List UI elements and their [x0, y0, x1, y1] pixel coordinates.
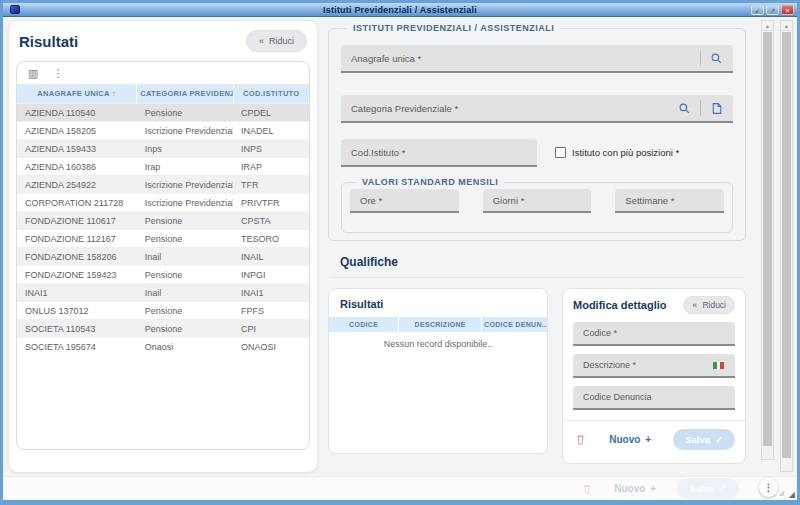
table-cell[interactable]: Pensione [137, 104, 233, 122]
table-cell[interactable]: INAI1 [17, 284, 137, 302]
table-cell[interactable]: Inps [137, 140, 233, 158]
settimane-field[interactable]: Settimane * [615, 189, 724, 213]
table-row[interactable]: SOCIETA 110543PensioneCPI [17, 320, 309, 338]
maximize-window-button[interactable]: ↗ [766, 5, 779, 15]
table-cell[interactable]: AZIENDA 158205 [17, 122, 137, 140]
table-cell[interactable]: Pensione [137, 266, 233, 284]
new-document-icon[interactable] [710, 102, 723, 115]
sort-ascending-icon[interactable]: ↑ [112, 89, 116, 98]
footer-salva-button[interactable]: Salva ✓ [677, 478, 739, 499]
table-cell[interactable]: TFR [233, 176, 309, 194]
table-cell[interactable]: AZIENDA 110540 [17, 104, 137, 122]
anagrafe-unica-field[interactable]: Anagrafe unica * [341, 45, 733, 73]
divider [330, 277, 744, 278]
qualifiche-results-title: Risultati [329, 289, 547, 317]
table-row[interactable]: FONDAZIONE 110617PensioneCPSTA [17, 212, 309, 230]
ore-field[interactable]: Ore * [350, 189, 459, 213]
column-header-codice-denuncia[interactable]: CODICE DENUN... [482, 317, 547, 332]
column-header-cod-istituto[interactable]: COD.ISTITUTO [233, 84, 309, 104]
table-cell[interactable]: AZIENDA 160386 [17, 158, 137, 176]
table-cell[interactable]: Inail [137, 248, 233, 266]
table-cell[interactable]: FONDAZIONE 159423 [17, 266, 137, 284]
collapse-dettaglio-button[interactable]: « Riduci [683, 296, 735, 314]
footer-nuovo-button[interactable]: Nuovo + [606, 479, 664, 498]
delete-icon[interactable] [581, 483, 593, 495]
table-cell[interactable]: INADEL [233, 122, 309, 140]
delete-icon[interactable] [574, 433, 587, 446]
resize-grip[interactable]: ◢ [789, 490, 795, 499]
table-cell[interactable]: ONLUS 137012 [17, 302, 137, 320]
footer-menu-button[interactable]: ⋮ [759, 478, 778, 497]
nuovo-button[interactable]: Nuovo + [601, 430, 659, 449]
column-header-descrizione[interactable]: DESCRIZIONE [399, 317, 482, 332]
table-cell[interactable]: FPFS [233, 302, 309, 320]
table-cell[interactable]: FONDAZIONE 158206 [17, 248, 137, 266]
table-row[interactable]: INAI1InailINAI1 [17, 284, 309, 302]
table-cell[interactable]: ONAOSI [233, 338, 309, 356]
scrollbar-thumb[interactable] [763, 32, 772, 446]
table-cell[interactable]: INAIL [233, 248, 309, 266]
inner-scrollbar[interactable]: ▲ [761, 20, 774, 460]
table-cell[interactable]: CPI [233, 320, 309, 338]
scroll-up-icon[interactable]: ▲ [781, 21, 792, 31]
outer-scrollbar[interactable]: ▲ [780, 20, 793, 472]
table-row[interactable]: CORPORATION 211728Iscrizione Previdenzia… [17, 194, 309, 212]
collapse-results-button[interactable]: « Riduci [246, 30, 307, 52]
descrizione-field[interactable]: Descrizione * [573, 354, 735, 378]
table-row[interactable]: SOCIETA 195674OnaosiONAOSI [17, 338, 309, 356]
table-menu-icon[interactable]: ⋮ [52, 68, 63, 79]
table-cell[interactable]: Pensione [137, 302, 233, 320]
scrollbar-thumb[interactable] [782, 32, 791, 458]
column-header-categoria[interactable]: CATEGORIA PREVIDENZI.. [137, 84, 233, 104]
salva-button[interactable]: Salva ✓ [673, 429, 735, 450]
table-row[interactable]: AZIENDA 158205Iscrizione PrevidenzialeIN… [17, 122, 309, 140]
table-cell[interactable]: Irap [137, 158, 233, 176]
table-cell[interactable]: INPGI [233, 266, 309, 284]
table-cell[interactable]: AZIENDA 254922 [17, 176, 137, 194]
table-cell[interactable]: CORPORATION 211728 [17, 194, 137, 212]
table-cell[interactable]: Iscrizione Previdenziale [137, 194, 233, 212]
close-window-button[interactable]: ✕ [781, 5, 794, 15]
codice-denuncia-field[interactable]: Codice Denuncia [573, 386, 735, 410]
table-cell[interactable]: INAI1 [233, 284, 309, 302]
table-cell[interactable]: Pensione [137, 212, 233, 230]
table-cell[interactable]: FONDAZIONE 112167 [17, 230, 137, 248]
table-cell[interactable]: IRAP [233, 158, 309, 176]
table-cell[interactable]: INPS [233, 140, 309, 158]
table-cell[interactable]: TESORO [233, 230, 309, 248]
table-row[interactable]: FONDAZIONE 159423PensioneINPGI [17, 266, 309, 284]
giorni-field[interactable]: Giorni * [483, 189, 592, 213]
table-row[interactable]: AZIENDA 159433InpsINPS [17, 140, 309, 158]
table-cell[interactable]: SOCIETA 195674 [17, 338, 137, 356]
table-cell[interactable]: AZIENDA 159433 [17, 140, 137, 158]
table-cell[interactable]: FONDAZIONE 110617 [17, 212, 137, 230]
scroll-up-icon[interactable]: ▲ [762, 21, 773, 31]
table-row[interactable]: AZIENDA 160386IrapIRAP [17, 158, 309, 176]
table-cell[interactable]: Inail [137, 284, 233, 302]
codice-field[interactable]: Codice * [573, 322, 735, 346]
table-cell[interactable]: SOCIETA 110543 [17, 320, 137, 338]
table-cell[interactable]: CPDEL [233, 104, 309, 122]
table-row[interactable]: AZIENDA 110540PensioneCPDEL [17, 104, 309, 122]
table-cell[interactable]: Pensione [137, 230, 233, 248]
columns-icon[interactable]: ▥ [28, 68, 38, 79]
restore-window-button[interactable]: ↙ [751, 5, 764, 15]
table-row[interactable]: ONLUS 137012PensioneFPFS [17, 302, 309, 320]
table-cell[interactable]: Pensione [137, 320, 233, 338]
table-cell[interactable]: PRIVTFR [233, 194, 309, 212]
table-cell[interactable]: Iscrizione Previdenziale [137, 176, 233, 194]
column-header-codice[interactable]: CODICE [329, 317, 399, 332]
table-cell[interactable]: CPSTA [233, 212, 309, 230]
cod-istituto-field[interactable]: Cod.Istituto * [341, 139, 537, 167]
table-cell[interactable]: Iscrizione Previdenziale [137, 122, 233, 140]
table-row[interactable]: FONDAZIONE 112167PensioneTESORO [17, 230, 309, 248]
table-cell[interactable]: Onaosi [137, 338, 233, 356]
footer-action-bar: Nuovo + Salva ✓ ⋮ ◢ ◢ [3, 476, 797, 500]
istituto-piu-posizioni-checkbox[interactable] [555, 147, 566, 158]
column-header-anagrafe[interactable]: ANAGRAFE UNICA ↑ [17, 84, 137, 104]
search-icon[interactable] [710, 52, 723, 65]
categoria-previdenziale-field[interactable]: Categoria Previdenziale * [341, 95, 733, 123]
search-icon[interactable] [678, 102, 691, 115]
table-row[interactable]: AZIENDA 254922Iscrizione PrevidenzialeTF… [17, 176, 309, 194]
table-row[interactable]: FONDAZIONE 158206InailINAIL [17, 248, 309, 266]
